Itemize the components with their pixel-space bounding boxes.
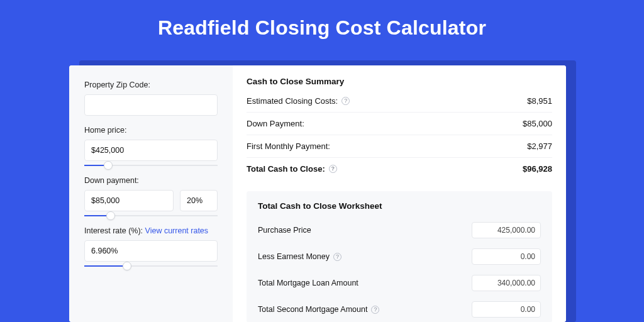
calculator-card: Property Zip Code: Home price: Down paym… xyxy=(69,65,566,322)
interest-rate-label: Interest rate (%): View current rates xyxy=(84,226,218,235)
slider-fill xyxy=(84,265,127,267)
summary-row-value: $2,977 xyxy=(527,142,552,151)
down-payment-label: Down payment: xyxy=(84,176,218,185)
results-main: Cash to Close Summary Estimated Closing … xyxy=(233,65,566,322)
interest-rate-label-text: Interest rate (%): xyxy=(84,226,145,235)
view-current-rates-link[interactable]: View current rates xyxy=(145,226,209,235)
summary-row-value: $8,951 xyxy=(527,96,552,106)
inputs-sidebar: Property Zip Code: Home price: Down paym… xyxy=(69,65,233,322)
help-icon[interactable]: ? xyxy=(371,306,379,314)
worksheet-row-label: Purchase Price xyxy=(258,226,311,235)
zip-input[interactable] xyxy=(84,94,218,116)
down-payment-input[interactable] xyxy=(84,190,174,211)
summary-title: Cash to Close Summary xyxy=(247,77,552,86)
summary-row: Estimated Closing Costs:?$8,951 xyxy=(247,90,552,112)
summary-row-label: Estimated Closing Costs:? xyxy=(247,96,350,106)
summary-row-label-text: Down Payment: xyxy=(247,119,304,128)
worksheet-rows: Purchase PriceLess Earnest Money?Total M… xyxy=(258,217,541,322)
cash-to-close-worksheet: Total Cash to Close Worksheet Purchase P… xyxy=(247,191,552,322)
summary-row-value: $85,000 xyxy=(523,119,552,128)
home-price-slider[interactable] xyxy=(84,165,218,166)
worksheet-row-label: Less Earnest Money? xyxy=(258,252,341,261)
worksheet-row-label-text: Purchase Price xyxy=(258,226,311,235)
summary-row-label-text: Total Cash to Close: xyxy=(247,164,325,174)
field-interest-rate: Interest rate (%): View current rates xyxy=(84,226,218,267)
worksheet-row-label-text: Total Mortgage Loan Amount xyxy=(258,279,358,287)
field-home-price: Home price: xyxy=(84,126,218,166)
summary-row-label-text: Estimated Closing Costs: xyxy=(247,96,338,106)
summary-row-label: First Monthly Payment: xyxy=(247,142,330,151)
help-icon[interactable]: ? xyxy=(341,97,350,105)
home-price-label: Home price: xyxy=(84,126,218,135)
worksheet-row-label-text: Less Earnest Money xyxy=(258,252,330,261)
worksheet-row: Total Second Mortgage Amount? xyxy=(258,296,541,322)
interest-rate-slider[interactable] xyxy=(84,265,218,267)
summary-row: First Monthly Payment:$2,977 xyxy=(247,135,552,157)
worksheet-row: Less Earnest Money? xyxy=(258,243,541,270)
down-payment-pct-input[interactable] xyxy=(180,190,218,211)
worksheet-row-input[interactable] xyxy=(472,248,541,265)
summary-row-label: Down Payment: xyxy=(247,119,304,128)
field-down-payment: Down payment: xyxy=(84,176,218,216)
slider-track xyxy=(84,265,218,267)
slider-thumb[interactable] xyxy=(106,211,115,220)
summary-row-label-text: First Monthly Payment: xyxy=(247,142,330,151)
field-zip: Property Zip Code: xyxy=(84,80,218,116)
worksheet-row-input[interactable] xyxy=(472,275,541,291)
home-price-input[interactable] xyxy=(84,140,218,161)
down-payment-slider[interactable] xyxy=(84,215,218,216)
worksheet-row-label: Total Second Mortgage Amount? xyxy=(258,305,379,314)
page-title: Readfield Closing Cost Calculator xyxy=(0,0,644,53)
worksheet-row-input[interactable] xyxy=(472,222,541,238)
down-payment-row xyxy=(84,190,218,211)
summary-row: Down Payment:$85,000 xyxy=(247,112,552,135)
zip-label: Property Zip Code: xyxy=(84,80,218,89)
slider-track xyxy=(84,215,218,216)
summary-row: Total Cash to Close:?$96,928 xyxy=(247,157,552,180)
help-icon[interactable]: ? xyxy=(333,253,341,261)
summary-row-label: Total Cash to Close:? xyxy=(247,164,337,174)
worksheet-row-label: Total Mortgage Loan Amount xyxy=(258,279,358,287)
summary-row-value: $96,928 xyxy=(523,164,552,174)
worksheet-row-label-text: Total Second Mortgage Amount xyxy=(258,305,367,314)
slider-thumb[interactable] xyxy=(123,262,131,270)
worksheet-row-input[interactable] xyxy=(472,301,541,318)
worksheet-row: Total Mortgage Loan Amount xyxy=(258,270,541,296)
interest-rate-input[interactable] xyxy=(84,240,218,262)
help-icon[interactable]: ? xyxy=(329,165,337,173)
cash-to-close-summary: Cash to Close Summary Estimated Closing … xyxy=(247,77,552,180)
summary-rows: Estimated Closing Costs:?$8,951Down Paym… xyxy=(247,90,552,180)
worksheet-title: Total Cash to Close Worksheet xyxy=(258,201,541,211)
slider-thumb[interactable] xyxy=(104,161,113,170)
worksheet-row: Purchase Price xyxy=(258,217,541,243)
